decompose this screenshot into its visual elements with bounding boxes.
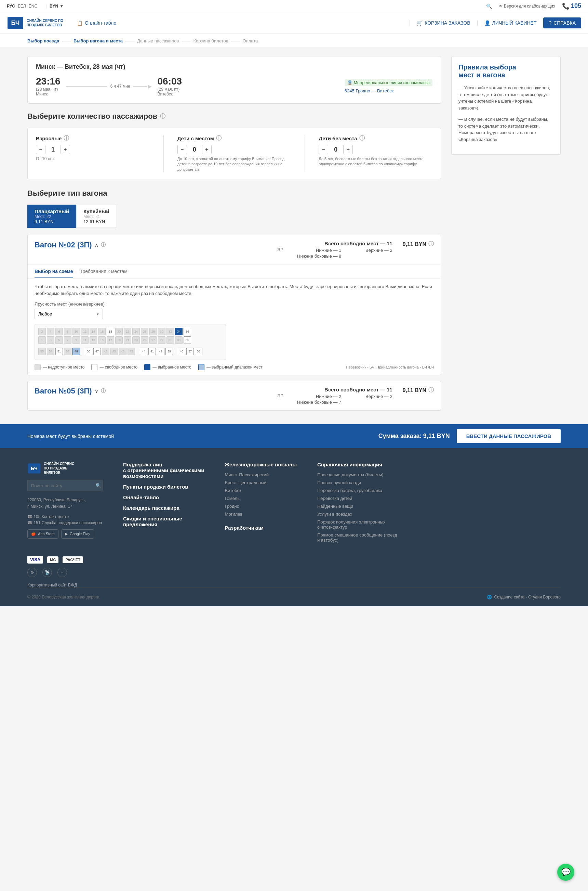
child-no-seat-info-icon[interactable]: ⓘ <box>359 135 365 142</box>
seat-15[interactable]: 15 <box>98 336 106 344</box>
seat-8[interactable]: 8 <box>64 328 72 335</box>
seat-33[interactable]: 33 <box>175 336 183 344</box>
child-seat-increase-btn[interactable]: + <box>202 145 212 154</box>
account-button[interactable]: 👤 ЛИЧНЫЙ КАБИНЕТ <box>477 20 537 26</box>
breadcrumb-step-1[interactable]: Выбор поезда <box>27 38 59 44</box>
wagon-tab-kupejny[interactable]: Купейный Мест: 21 12,61 BYN <box>76 205 116 228</box>
child-no-seat-decrease-btn[interactable]: − <box>319 145 328 154</box>
seat-25[interactable]: 25 <box>141 336 148 344</box>
footer-support-title[interactable]: Поддержка лиц с ограниченными физическим… <box>123 462 204 479</box>
footer-calendar-title[interactable]: Календарь пассажира <box>123 505 204 511</box>
footer-developers-title[interactable]: Разработчикам <box>225 525 297 531</box>
lang-rus[interactable]: РУС <box>7 4 15 9</box>
seat-27[interactable]: 27 <box>149 336 157 344</box>
adult-decrease-btn[interactable]: − <box>36 145 45 154</box>
seat-45[interactable]: 45 <box>110 348 118 355</box>
footer-ref-6[interactable]: Услуги в поездах <box>317 512 397 517</box>
footer-icon-1[interactable]: ⚙ <box>27 567 37 577</box>
footer-ref-5[interactable]: Найденные вещи <box>317 504 397 509</box>
seat-21[interactable]: 21 <box>124 336 131 344</box>
seat-41[interactable]: 41 <box>148 348 156 355</box>
seat-46[interactable]: 46 <box>119 348 126 355</box>
passengers-info-icon[interactable]: ⓘ <box>160 113 165 120</box>
train-number[interactable]: 6245 Гродно — Витебск <box>345 88 432 93</box>
seat-18[interactable]: 18 <box>106 328 114 335</box>
footer-discounts-title[interactable]: Скидки и специальные предложения <box>123 516 204 527</box>
seat-6[interactable]: 6 <box>56 328 63 335</box>
footer-icon-3[interactable]: ≈ <box>57 567 67 577</box>
logo[interactable]: БЧ ОНЛАЙН-СЕРВИС ПО ПРОДАЖЕ БИЛЕТОВ <box>7 16 63 30</box>
seat-13[interactable]: 13 <box>90 336 97 344</box>
seat-40[interactable]: 40 <box>178 348 185 355</box>
seat-16[interactable]: 16 <box>98 328 106 335</box>
child-seat-info-icon[interactable]: ⓘ <box>216 135 222 142</box>
lang-eng[interactable]: ENG <box>29 4 38 9</box>
seat-24[interactable]: 24 <box>132 328 140 335</box>
scheme-tab-rules[interactable]: Требования к местам <box>80 269 128 278</box>
footer-search-button[interactable]: 🔍 <box>92 480 105 491</box>
child-seat-decrease-btn[interactable]: − <box>177 145 187 154</box>
cart-button[interactable]: 🛒 КОРЗИНА ЗАКАЗОВ <box>410 20 470 26</box>
footer-station-mogilev[interactable]: Могилев <box>225 512 297 517</box>
seat-19[interactable]: 19 <box>115 336 123 344</box>
seat-12[interactable]: 12 <box>81 328 88 335</box>
seat-37[interactable]: 37 <box>186 348 194 355</box>
child-no-seat-increase-btn[interactable]: + <box>343 145 353 154</box>
seat-39[interactable]: 39 <box>165 348 173 355</box>
seat-51[interactable]: 51 <box>56 348 63 355</box>
help-button[interactable]: ? СПРАВКА <box>543 17 581 29</box>
currency-selector[interactable]: BYN <box>50 4 58 9</box>
wagon-05-expand-btn[interactable]: ∨ <box>95 388 98 394</box>
wagon-tab-platzkart[interactable]: Плацкартный Мест: 22 9,11 BYN <box>27 205 76 228</box>
footer-ref-3[interactable]: Перевозка багажа, грузобагажа <box>317 488 397 493</box>
seat-34[interactable]: 34 <box>175 328 183 335</box>
footer-station-minsk[interactable]: Минск-Пассажирский <box>225 472 297 477</box>
footer-station-grodno[interactable]: Гродно <box>225 504 297 509</box>
footer-ref-4[interactable]: Перевозка детей <box>317 496 397 501</box>
seat-28[interactable]: 28 <box>149 328 157 335</box>
google-play-button[interactable]: ▶ Google Play <box>61 529 94 539</box>
adult-info-icon[interactable]: ⓘ <box>64 135 69 142</box>
seat-36[interactable]: 36 <box>184 328 191 335</box>
tier-dropdown[interactable]: Любое <box>34 309 103 319</box>
seat-17[interactable]: 17 <box>106 336 114 344</box>
seat-30s[interactable]: 30 <box>85 348 92 355</box>
seat-35[interactable]: 35 <box>184 336 191 344</box>
seat-29[interactable]: 29 <box>158 336 165 344</box>
seat-55[interactable]: 55 <box>38 348 46 355</box>
footer-ref-2[interactable]: Провоз ручной клади <box>317 480 397 485</box>
scheme-tab-selection[interactable]: Выбор на схеме <box>34 269 73 278</box>
seat-43[interactable]: 43 <box>128 348 135 355</box>
seat-1[interactable]: 1 <box>38 336 46 344</box>
seat-22[interactable]: 22 <box>124 328 131 335</box>
footer-ref-8[interactable]: Прямое смешанное сообщение (поезд и авто… <box>317 533 397 543</box>
footer-station-vitebsk[interactable]: Витебск <box>225 488 297 493</box>
wagon-05-price-info-icon[interactable]: ⓘ <box>428 387 434 394</box>
footer-logo[interactable]: БЧ ОНЛАЙН-СЕРВИС ПО ПРОДАЖЕ БИЛЕТОВ <box>27 462 102 475</box>
seat-7[interactable]: 7 <box>64 336 72 344</box>
seat-32[interactable]: 32 <box>166 328 174 335</box>
footer-ref-7[interactable]: Порядок получения электронных счетов-фак… <box>317 519 397 530</box>
seat-30[interactable]: 30 <box>158 328 165 335</box>
seat-48[interactable]: 48 <box>102 348 110 355</box>
footer-studio[interactable]: 🌐 Создание сайта - Студия Борового <box>487 595 561 599</box>
footer-icon-2[interactable]: 📡 <box>42 567 52 577</box>
footer-ticket-points-title[interactable]: Пункты продажи билетов <box>123 484 204 490</box>
online-board-link[interactable]: 📋 Онлайн-табло <box>77 20 116 26</box>
seat-26[interactable]: 26 <box>141 328 148 335</box>
seat-14[interactable]: 14 <box>90 328 97 335</box>
seat-20[interactable]: 20 <box>115 328 123 335</box>
adult-increase-btn[interactable]: + <box>60 145 70 154</box>
seat-54[interactable]: 54 <box>47 348 54 355</box>
seat-44[interactable]: 44 <box>140 348 147 355</box>
search-button[interactable]: 🔍 <box>486 3 492 9</box>
seat-49[interactable]: 49 <box>72 348 80 355</box>
seat-10[interactable]: 10 <box>72 328 80 335</box>
enter-passengers-button[interactable]: ВВЕСТИ ДАННЫЕ ПАССАЖИРОВ <box>457 429 561 443</box>
seat-9[interactable]: 9 <box>72 336 80 344</box>
corp-site-link[interactable]: Корпоративный сайт БЖД <box>27 583 77 587</box>
seat-2[interactable]: 2 <box>38 328 46 335</box>
seat-31[interactable]: 31 <box>166 336 174 344</box>
seat-47[interactable]: 47 <box>93 348 101 355</box>
wagon-02-price-info-icon[interactable]: ⓘ <box>428 241 434 248</box>
